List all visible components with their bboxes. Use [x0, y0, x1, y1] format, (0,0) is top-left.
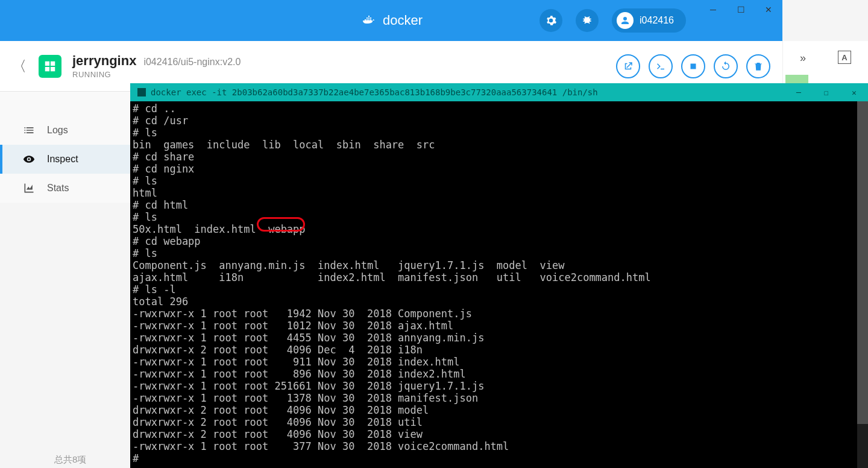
chart-icon — [23, 182, 35, 194]
window-minimize-button[interactable]: ─ — [699, 0, 727, 19]
user-id-label: i042416 — [640, 15, 674, 26]
user-menu[interactable]: i042416 — [612, 8, 686, 33]
window-close-button[interactable]: ✕ — [755, 0, 782, 19]
terminal-scrollbar[interactable] — [857, 101, 868, 468]
brand-text: docker — [383, 13, 423, 28]
app-header: docker i042416 ─ ☐ ✕ — [0, 0, 782, 41]
terminal-close-button[interactable]: ✕ — [840, 83, 868, 101]
sidebar: Logs Inspect Stats — [0, 92, 130, 203]
settings-button[interactable] — [539, 9, 562, 32]
terminal-window: docker exec -it 2b03b62a60bd3a7337b22ae4… — [130, 83, 868, 468]
terminal-titlebar[interactable]: docker exec -it 2b03b62a60bd3a7337b22ae4… — [130, 83, 868, 101]
svg-rect-0 — [691, 63, 696, 69]
terminal-title: docker exec -it 2b03b62a60bd3a7337b22ae4… — [151, 87, 598, 97]
gear-icon — [545, 14, 557, 27]
container-name: jerrynginx — [72, 53, 136, 69]
docker-logo: docker — [360, 13, 423, 28]
docker-whale-icon — [360, 13, 379, 28]
back-button[interactable]: 〈 — [12, 57, 27, 76]
bug-button[interactable] — [576, 9, 599, 32]
container-status: RUNNING — [72, 70, 241, 79]
list-icon — [23, 124, 35, 136]
sidebar-item-label: Inspect — [47, 154, 78, 165]
terminal-scrollbar-thumb[interactable] — [857, 101, 868, 424]
expand-panel-button[interactable]: » — [800, 52, 806, 65]
terminal-maximize-button[interactable]: ☐ — [813, 83, 840, 101]
open-browser-button[interactable] — [616, 54, 640, 78]
sidebar-item-label: Logs — [47, 125, 68, 136]
delete-button[interactable] — [746, 54, 770, 78]
stop-button[interactable] — [681, 54, 705, 78]
terminal-body[interactable]: # cd .. # cd /usr # ls bin games include… — [130, 101, 868, 468]
restart-button[interactable] — [714, 54, 738, 78]
bug-icon — [581, 14, 593, 27]
sidebar-item-stats[interactable]: Stats — [0, 174, 130, 203]
sidebar-item-inspect[interactable]: Inspect — [0, 145, 130, 174]
cli-button[interactable] — [649, 54, 673, 78]
ime-icon[interactable]: A — [838, 51, 851, 64]
sidebar-item-logs[interactable]: Logs — [0, 116, 130, 145]
eye-icon — [23, 153, 35, 165]
terminal-app-icon — [137, 88, 146, 96]
container-icon — [39, 55, 61, 78]
sidebar-item-label: Stats — [47, 183, 69, 194]
window-maximize-button[interactable]: ☐ — [727, 0, 755, 19]
terminal-output: # cd .. # cd /usr # ls bin games include… — [133, 103, 651, 464]
container-image: i042416/ui5-nginx:v2.0 — [143, 57, 241, 68]
avatar-icon — [617, 12, 634, 29]
terminal-minimize-button[interactable]: ─ — [785, 83, 813, 101]
bottom-status-text: 总共8项 — [54, 454, 86, 466]
